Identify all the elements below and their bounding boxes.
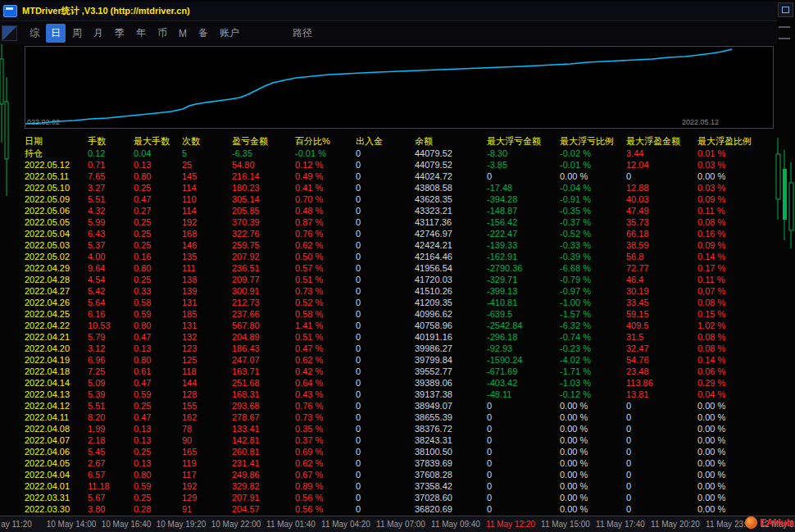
table-cell: -139.33 <box>487 239 560 251</box>
table-cell: 4.32 <box>88 205 134 216</box>
chart-tool-icon[interactable] <box>2 25 17 41</box>
tab-周[interactable]: 周 <box>67 24 87 43</box>
table-row: 2022.05.064.320.27114205.850.48 %043323.… <box>25 205 775 216</box>
menu-bar: 综日周月季年币M备账户 路径 <box>0 22 777 44</box>
tab-日[interactable]: 日 <box>46 24 66 43</box>
table-cell: 0 <box>356 492 415 503</box>
table-cell: 205.85 <box>232 205 295 216</box>
table-cell: 2022.04.13 <box>25 389 88 400</box>
chart-start-date: 022.02.02 <box>27 118 60 126</box>
table-cell: 0 <box>487 400 560 412</box>
table-cell: 0.61 <box>134 366 182 377</box>
column-header: 最大浮盈比例 <box>697 134 775 148</box>
tab-综[interactable]: 综 <box>25 24 44 43</box>
table-cell: 12.88 <box>626 182 697 193</box>
table-cell: 5.09 <box>88 377 134 389</box>
column-header: 最大浮亏金额 <box>487 134 560 148</box>
window-button[interactable] <box>778 2 793 17</box>
column-header: 出入金 <box>356 134 415 148</box>
table-cell: 329.82 <box>232 480 295 492</box>
table-cell: 370.39 <box>232 216 295 228</box>
table-cell: 5.45 <box>88 446 134 457</box>
table-cell: 0 <box>626 492 697 503</box>
table-row: 2022.04.135.390.59128168.310.43 %039137.… <box>25 389 775 400</box>
table-cell: 2022.05.11 <box>25 171 88 182</box>
tab-币[interactable]: 币 <box>152 24 172 43</box>
table-row: 2022.04.0111.180.59192329.820.89 %037358… <box>25 480 775 492</box>
table-cell: 0 <box>356 285 415 297</box>
tab-季[interactable]: 季 <box>110 24 129 43</box>
table-cell: 0.27 <box>134 205 182 216</box>
table-cell: 40.03 <box>626 193 697 205</box>
table-cell: 0 <box>626 412 697 423</box>
table-cell: 0.09 % <box>697 193 775 205</box>
table-cell: 0.16 <box>134 251 182 262</box>
table-cell: 90 <box>182 434 232 446</box>
tab-账户[interactable]: 账户 <box>215 24 244 43</box>
table-cell: 0.56 % <box>295 492 356 503</box>
table-cell: 0 <box>356 239 415 251</box>
table-cell: 207.91 <box>232 492 295 503</box>
table-cell: 5.67 <box>88 492 134 503</box>
tab-年[interactable]: 年 <box>131 24 151 43</box>
table-cell: 204.57 <box>232 503 295 515</box>
table-cell: 42424.21 <box>415 239 487 251</box>
table-cell: 0 <box>356 193 415 205</box>
table-cell: 0 <box>356 446 415 457</box>
table-cell: 0.29 % <box>697 377 775 389</box>
table-cell: 0.00 % <box>560 423 626 434</box>
table-cell: 168 <box>182 228 232 239</box>
table-cell: 0 <box>626 457 697 469</box>
table-cell: 44079.52 <box>415 148 487 159</box>
table-cell: 0.58 % <box>295 308 356 320</box>
table-cell: -0.33 % <box>560 239 626 251</box>
table-cell: 0.47 <box>134 331 182 343</box>
table-cell: 2022.04.25 <box>25 308 88 320</box>
table-cell: 0.80 <box>134 469 182 480</box>
table-cell: 66.18 <box>626 228 697 239</box>
tab-月[interactable]: 月 <box>89 24 108 43</box>
tab-strip: 综日周月季年币M备账户 <box>24 24 245 43</box>
table-cell: 0.49 % <box>295 171 356 182</box>
table-cell: 2022.04.05 <box>25 457 88 469</box>
table-cell: 0.47 <box>134 193 182 205</box>
table-cell: -0.74 % <box>560 331 626 343</box>
tab-M[interactable]: M <box>174 25 192 42</box>
table-cell: 0.57 % <box>295 262 356 274</box>
table-cell: 7.65 <box>88 171 134 182</box>
table-cell: 0.25 <box>134 274 182 285</box>
table-cell: 0.00 % <box>560 412 626 423</box>
table-cell: 0 <box>487 434 560 446</box>
tab-备[interactable]: 备 <box>193 24 213 43</box>
table-cell: 0 <box>356 457 415 469</box>
table-cell: 2022.04.28 <box>25 274 88 285</box>
table-cell: -671.69 <box>487 366 560 377</box>
chart-end-date: 2022.05.12 <box>682 118 719 126</box>
table-row: 2022.04.118.200.47162278.670.73 %038655.… <box>25 412 775 423</box>
path-menu-item[interactable]: 路径 <box>293 26 312 40</box>
table-cell: -1.71 % <box>560 366 626 377</box>
table-cell: 0 <box>356 251 415 262</box>
table-cell: 2022.05.10 <box>25 182 88 193</box>
table-cell: 0.00 % <box>697 446 775 457</box>
table-cell: 41956.54 <box>415 262 487 274</box>
table-cell: 0.51 % <box>295 274 356 285</box>
table-cell: 38949.07 <box>415 400 487 412</box>
table-cell: 33.45 <box>626 297 697 308</box>
table-cell: 0 <box>487 469 560 480</box>
table-row: 2022.04.125.510.25155293.680.76 %038949.… <box>25 400 775 412</box>
table-cell: 0.62 % <box>295 239 356 251</box>
table-row: 2022.05.035.370.25146259.750.62 %042424.… <box>25 239 775 251</box>
stats-table: 日期手数最大手数次数盈亏金额百分比%出入金余额最大浮亏金额最大浮亏比例最大浮盈金… <box>25 134 775 515</box>
table-cell: 5 <box>182 148 232 159</box>
table-cell: 132 <box>182 331 232 343</box>
table-cell: 38655.39 <box>415 412 487 423</box>
table-cell: 192 <box>182 480 232 492</box>
menu-icon[interactable] <box>779 26 790 39</box>
column-header: 最大浮亏比例 <box>560 134 626 148</box>
table-cell: 0.15 % <box>697 308 775 320</box>
table-cell: 2022.04.11 <box>25 412 88 423</box>
table-row: 2022.05.055.990.25192370.390.87 %043117.… <box>25 216 775 228</box>
window-titlebar[interactable]: MTDriver统计 ,V3.10 (http://mtdriver.cn) <box>0 2 777 21</box>
table-cell: 0.67 % <box>295 469 356 480</box>
